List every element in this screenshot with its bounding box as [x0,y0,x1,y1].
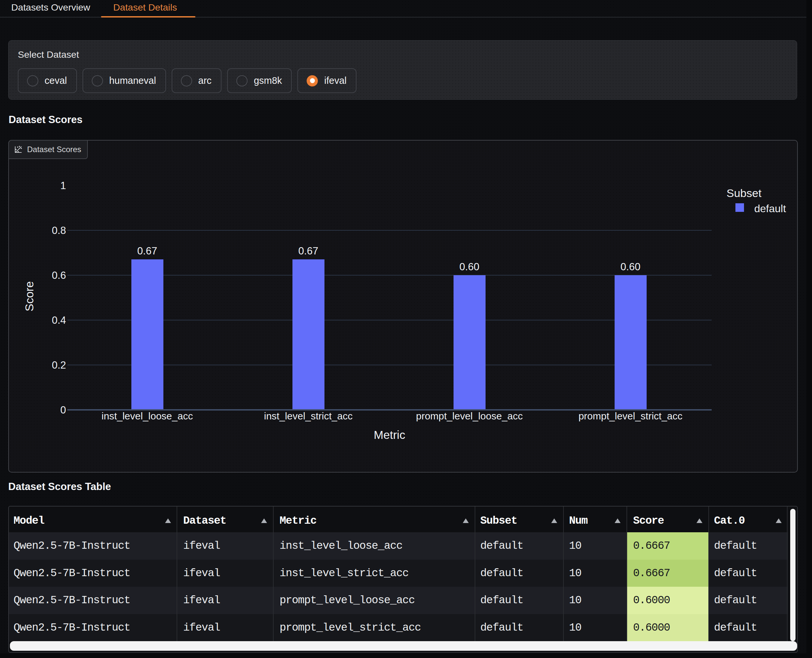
svg-text:0.60: 0.60 [459,261,479,273]
svg-text:1: 1 [60,180,66,191]
svg-text:0.67: 0.67 [298,245,318,257]
svg-text:default: default [754,203,786,215]
svg-text:inst_level_loose_acc: inst_level_loose_acc [102,410,193,421]
svg-text:0.6: 0.6 [52,269,66,281]
svg-text:0.4: 0.4 [52,315,66,326]
svg-text:inst_level_strict_acc: inst_level_strict_acc [264,410,353,421]
svg-text:prompt_level_loose_acc: prompt_level_loose_acc [416,410,523,421]
svg-text:0.8: 0.8 [52,225,66,236]
svg-text:Subset: Subset [726,187,762,199]
svg-text:0.60: 0.60 [621,261,640,273]
svg-text:prompt_level_strict_acc: prompt_level_strict_acc [578,410,682,421]
svg-text:0.67: 0.67 [137,245,157,257]
svg-text:Metric: Metric [374,428,405,441]
svg-text:0.2: 0.2 [52,359,66,371]
svg-text:Score: Score [23,281,36,311]
svg-text:0: 0 [60,404,66,416]
